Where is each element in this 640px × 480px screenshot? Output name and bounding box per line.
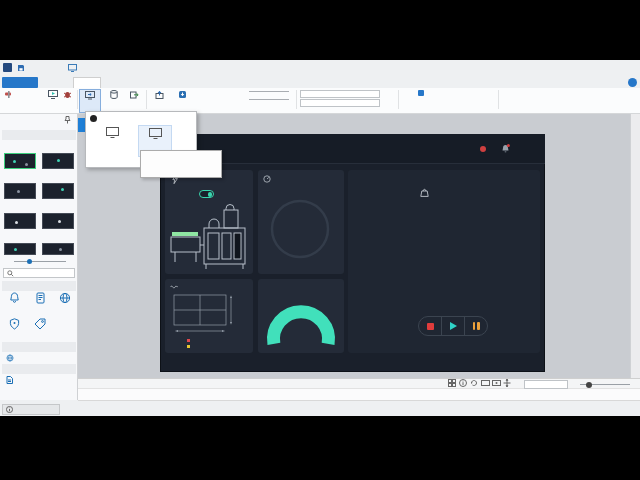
touch-beep-checkbox[interactable] (418, 90, 427, 96)
legend-swatch-yellow (187, 345, 190, 348)
file-menu-button[interactable] (2, 77, 38, 88)
bag-icon (420, 188, 429, 197)
screen-thumbnail[interactable] (4, 243, 36, 255)
tab-general[interactable] (186, 77, 214, 88)
right-dock-strip (630, 114, 640, 378)
rotate-icon[interactable] (470, 379, 478, 387)
rebuild-button[interactable] (15, 89, 32, 99)
legend-row-2 (187, 345, 192, 348)
error-list-info-icon (6, 406, 13, 413)
error-list-button[interactable] (2, 404, 60, 415)
letterbox-top (0, 0, 640, 60)
canvas-toolbar-icons (448, 379, 511, 387)
nuget-icon (172, 89, 193, 99)
ribbon-separator (146, 90, 147, 109)
screens-section-header[interactable] (2, 130, 76, 140)
canvas-zoom-knob[interactable] (586, 382, 592, 388)
screen-thumbnail-home[interactable] (4, 153, 36, 169)
machine-graphic (167, 204, 251, 270)
tab-actions[interactable] (216, 77, 244, 88)
axis-gauge-ring (269, 198, 331, 260)
debug-button[interactable] (60, 89, 75, 99)
toggle-knob (208, 192, 213, 197)
save-icon[interactable] (16, 63, 25, 72)
project-title-field[interactable] (249, 99, 289, 100)
function-multiple-languages[interactable] (52, 292, 78, 304)
maximize-button[interactable] (610, 63, 624, 73)
screen-ratio-icon[interactable] (481, 379, 489, 387)
run-quick-icon[interactable] (55, 63, 64, 72)
globe-icon (6, 354, 14, 362)
settings-button[interactable] (194, 89, 212, 99)
functions-section-header[interactable] (2, 281, 76, 291)
stop-icon (427, 323, 434, 330)
servers-section-header[interactable] (2, 342, 76, 352)
tab-project[interactable] (73, 77, 101, 88)
function-alarm-server[interactable] (1, 292, 27, 304)
zoom-fit-select[interactable] (524, 380, 568, 389)
close-button[interactable] (628, 63, 640, 73)
start-button[interactable] (441, 317, 464, 335)
minimize-button[interactable] (590, 63, 604, 73)
ribbon-separator (398, 90, 399, 109)
script-module-item[interactable] (6, 376, 16, 384)
screen-root (0, 0, 640, 480)
bags-per-roll-gauge (258, 292, 344, 353)
undo-icon[interactable] (29, 63, 38, 72)
region-select[interactable] (300, 99, 380, 107)
function-audit-trail[interactable] (27, 292, 53, 304)
stop-button[interactable] (419, 317, 441, 335)
pin-icon[interactable] (64, 116, 71, 124)
export-icon (125, 89, 143, 99)
tab-dynamics[interactable] (152, 77, 184, 88)
rebuild-icon (15, 89, 32, 99)
screen-thumbnail[interactable] (42, 243, 74, 255)
test-mode-icon (106, 127, 119, 138)
production-mode-icon (149, 128, 162, 139)
transfer-button[interactable] (79, 89, 101, 113)
screen-thumbnail-tape[interactable] (42, 183, 74, 199)
play-icon (450, 322, 457, 330)
tab-insert[interactable] (104, 77, 128, 88)
build-button[interactable] (1, 89, 16, 99)
screen-thumbnail-manual[interactable] (42, 213, 74, 229)
bottom-strip (0, 401, 640, 416)
tab-home[interactable] (46, 77, 70, 88)
redo-icon[interactable] (42, 63, 51, 72)
settings-gear-icon (194, 89, 212, 99)
production-mode-tooltip (140, 150, 222, 178)
timezone-select[interactable] (300, 90, 380, 98)
pan-icon[interactable] (503, 379, 511, 387)
fit-selection-icon[interactable] (448, 379, 456, 387)
screen-thumbnail-infeed[interactable] (42, 153, 74, 169)
thumb-zoom-track[interactable] (14, 261, 66, 262)
debug-icon (60, 89, 75, 99)
ionization-toggle[interactable] (199, 190, 214, 198)
script-modules-section-header[interactable] (2, 364, 76, 374)
tab-view[interactable] (130, 77, 150, 88)
web-server-item[interactable] (6, 354, 17, 362)
alarm-indicator-icon[interactable] (480, 146, 486, 152)
backup-project-button[interactable] (148, 89, 170, 99)
function-security[interactable] (1, 318, 27, 330)
thumb-zoom-knob[interactable] (27, 259, 32, 264)
project-name-field[interactable] (249, 91, 289, 92)
nuget-packages-button[interactable] (172, 89, 193, 99)
patch-databases-button[interactable] (103, 89, 124, 99)
letterbox-bottom (0, 416, 640, 480)
screen-thumbnail-gearing[interactable] (4, 183, 36, 199)
screen-flip-icon[interactable] (492, 379, 500, 387)
legend-swatch-red (187, 339, 190, 342)
build-info-icon (90, 115, 97, 122)
notification-bell-icon[interactable] (501, 144, 510, 154)
monitor-quick-icon[interactable] (68, 63, 77, 72)
export-button[interactable] (125, 89, 143, 99)
pause-button[interactable] (464, 317, 487, 335)
help-icon[interactable] (628, 78, 637, 87)
screen-thumbnail-alarmhistory[interactable] (4, 213, 36, 229)
test-mode-option[interactable] (95, 125, 129, 157)
function-tags[interactable] (27, 318, 53, 330)
wave-icon (170, 284, 178, 290)
info-icon[interactable] (459, 379, 467, 387)
ribbon-separator (296, 90, 297, 109)
